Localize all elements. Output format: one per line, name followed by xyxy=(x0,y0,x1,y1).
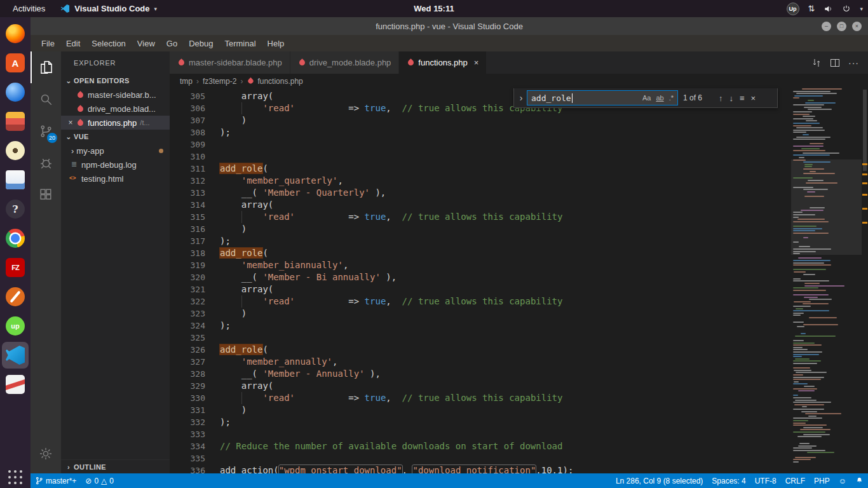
code-line-317[interactable]: 317); xyxy=(170,235,791,247)
code-line-324[interactable]: 324); xyxy=(170,320,791,332)
code-line-336[interactable]: 336add_action("wpdm_onstart_download", "… xyxy=(170,464,791,473)
extensions-activity-button[interactable] xyxy=(31,179,61,210)
dock-item-upwork[interactable]: up xyxy=(2,313,29,339)
tree-item-my-app[interactable]: ›my-app xyxy=(61,144,170,158)
code-line-332[interactable]: 332); xyxy=(170,416,791,428)
code-line-329[interactable]: 329 array( xyxy=(170,380,791,392)
code-line-325[interactable]: 325 xyxy=(170,332,791,344)
code-editor[interactable]: 305 array(306 'read' => true, // true al… xyxy=(170,88,791,473)
code-line-319[interactable]: 319 'member_biannually', xyxy=(170,259,791,271)
code-line-315[interactable]: 315 'read' => true, // true allows this … xyxy=(170,211,791,223)
code-line-333[interactable]: 333 xyxy=(170,428,791,440)
code-line-309[interactable]: 309 xyxy=(170,139,791,151)
feedback-smiley[interactable]: ☺ xyxy=(834,473,851,488)
toggle-replace-icon[interactable]: › xyxy=(517,93,526,103)
close-find-icon[interactable]: × xyxy=(751,93,756,103)
window-title-bar[interactable]: functions.php - vue - Visual Studio Code… xyxy=(31,17,868,35)
editor-scrollbar[interactable] xyxy=(862,88,868,473)
dock-item-tools-app[interactable] xyxy=(2,283,29,310)
code-line-318[interactable]: 318add_role( xyxy=(170,247,791,259)
explorer-activity-button[interactable] xyxy=(31,51,61,83)
code-line-308[interactable]: 308); xyxy=(170,126,791,139)
breadcrumb-functions-php[interactable]: functions.php xyxy=(257,77,302,86)
breadcrumb-fz3temp-2[interactable]: fz3temp-2 xyxy=(203,77,236,86)
cursor-position[interactable]: Ln 286, Col 9 (8 selected) xyxy=(611,473,707,488)
previous-match-icon[interactable]: ↑ xyxy=(719,93,723,103)
close-icon[interactable]: × xyxy=(474,58,479,67)
code-line-331[interactable]: 331 ) xyxy=(170,404,791,416)
app-menu[interactable]: Visual Studio Code ▾ xyxy=(60,4,157,13)
code-line-314[interactable]: 314 array( xyxy=(170,199,791,211)
code-line-328[interactable]: 328 __( 'Member - Annually' ), xyxy=(170,368,791,380)
code-line-312[interactable]: 312 'member_quarterly', xyxy=(170,175,791,187)
dock-item-chrome[interactable] xyxy=(2,225,29,252)
close-button[interactable]: × xyxy=(852,22,862,31)
code-line-334[interactable]: 334// Reduce the number of available dow… xyxy=(170,440,791,452)
code-line-313[interactable]: 313 __( 'Member - Quarterly' ), xyxy=(170,187,791,199)
tree-item-testing-html[interactable]: testing.html xyxy=(61,172,170,186)
code-line-311[interactable]: 311add_role( xyxy=(170,163,791,175)
dock-item-camera-app[interactable] xyxy=(2,137,29,164)
minimize-button[interactable]: – xyxy=(822,22,831,31)
project-header[interactable]: ⌄ VUE xyxy=(61,130,170,144)
dock-item-vscode[interactable] xyxy=(2,342,29,369)
dock-item-mail-app[interactable] xyxy=(2,108,29,135)
tab-drive-mode-blade-php[interactable]: drive_mode.blade.php xyxy=(290,51,400,74)
tray-dropdown-icon[interactable]: ▾ xyxy=(860,6,863,12)
manage-button[interactable] xyxy=(31,438,61,470)
menu-debug[interactable]: Debug xyxy=(183,35,219,51)
match-case-toggle[interactable]: Aa xyxy=(641,93,652,102)
open-editor-functions-php[interactable]: ×functions.php/t... xyxy=(61,116,170,130)
debug-activity-button[interactable] xyxy=(31,147,61,179)
next-match-icon[interactable]: ↓ xyxy=(729,93,734,103)
find-input[interactable]: add_role Aa ab .* xyxy=(527,90,678,105)
more-actions-icon[interactable]: ··· xyxy=(848,58,859,68)
menu-selection[interactable]: Selection xyxy=(86,35,131,51)
dock-item-ubuntu-software[interactable]: A xyxy=(2,50,29,76)
problems-status[interactable]: ⊘ 0 △ 0 xyxy=(81,473,118,488)
open-editors-header[interactable]: ⌄ OPEN EDITORS xyxy=(61,74,170,88)
code-line-316[interactable]: 316 ) xyxy=(170,223,791,235)
compare-icon[interactable] xyxy=(811,58,822,68)
minimap[interactable] xyxy=(791,88,862,473)
split-editor-icon[interactable] xyxy=(831,59,839,67)
code-line-330[interactable]: 330 'read' => true, // true allows this … xyxy=(170,392,791,404)
network-icon[interactable]: ⇅ xyxy=(808,4,815,13)
menu-edit[interactable]: Edit xyxy=(60,35,86,51)
code-line-335[interactable]: 335 xyxy=(170,452,791,464)
show-applications-button[interactable] xyxy=(8,470,23,485)
code-line-323[interactable]: 323 ) xyxy=(170,308,791,320)
source-control-activity-button[interactable]: 20 xyxy=(31,115,61,147)
breadcrumb-tmp[interactable]: tmp xyxy=(180,77,193,86)
tab-master-sidebar-blade-php[interactable]: master-sidebar.blade.php xyxy=(170,51,290,74)
menu-file[interactable]: File xyxy=(36,35,60,51)
regex-toggle[interactable]: .* xyxy=(668,93,675,102)
code-line-326[interactable]: 326add_role( xyxy=(170,344,791,356)
dock-item-blue-app[interactable] xyxy=(2,79,29,105)
search-activity-button[interactable] xyxy=(31,83,61,115)
indentation[interactable]: Spaces: 4 xyxy=(707,473,750,488)
menu-terminal[interactable]: Terminal xyxy=(219,35,261,51)
menu-go[interactable]: Go xyxy=(161,35,183,51)
git-branch-status[interactable]: master*+ xyxy=(31,473,81,488)
notifications[interactable] xyxy=(851,473,868,488)
dock-item-firefox[interactable] xyxy=(2,20,29,47)
dock-item-filezilla[interactable]: FZ xyxy=(2,254,29,281)
tree-item-npm-debug-log[interactable]: npm-debug.log xyxy=(61,158,170,172)
open-editor-master-sidebar-b[interactable]: master-sidebar.b... xyxy=(61,88,170,102)
code-line-310[interactable]: 310 xyxy=(170,151,791,163)
dock-item-writer-app[interactable] xyxy=(2,166,29,193)
eol-sequence[interactable]: CRLF xyxy=(781,473,810,488)
upwork-tray-icon[interactable]: Up xyxy=(787,3,799,15)
power-icon[interactable] xyxy=(842,4,851,13)
menu-view[interactable]: View xyxy=(132,35,161,51)
encoding[interactable]: UTF-8 xyxy=(750,473,781,488)
whole-word-toggle[interactable]: ab xyxy=(654,93,665,102)
dock-item-help[interactable]: ? xyxy=(2,196,29,222)
open-editor-drive-mode-blad[interactable]: drive_mode.blad... xyxy=(61,102,170,116)
menu-help[interactable]: Help xyxy=(262,35,290,51)
code-line-327[interactable]: 327 'member_annually', xyxy=(170,356,791,368)
tab-functions-php[interactable]: functions.php× xyxy=(399,51,487,74)
clock[interactable]: Wed 15:11 xyxy=(414,4,454,13)
code-line-321[interactable]: 321 array( xyxy=(170,283,791,295)
